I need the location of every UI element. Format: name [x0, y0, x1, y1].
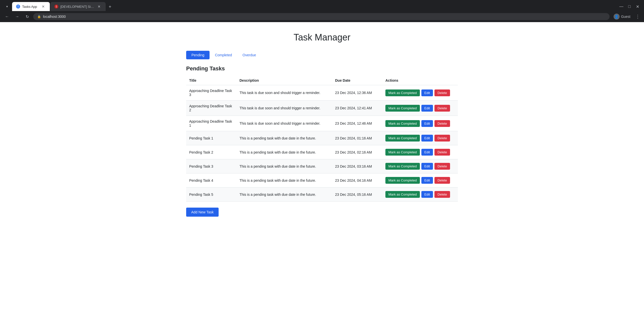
task-due-date: 23 Dec 2024, 03:16 AM	[332, 159, 382, 173]
tab-overdue[interactable]: Overdue	[237, 51, 261, 59]
edit-button[interactable]: Edit	[421, 135, 433, 142]
col-header-title: Title	[186, 76, 236, 85]
restore-button[interactable]: □	[626, 3, 633, 10]
profile-button[interactable]: 👤 Guest	[612, 13, 632, 21]
tasks-tbody: Approaching Deadline Task 3This task is …	[186, 85, 458, 202]
tab-sidekiq-label: [DEVELOPMENT] Sidekiq	[60, 5, 95, 9]
task-title: Approaching Deadline Task 1	[186, 116, 236, 131]
action-buttons: Mark as CompletedEditDelete	[385, 163, 455, 170]
task-due-date: 23 Dec 2024, 04:16 AM	[332, 173, 382, 187]
task-actions: Mark as CompletedEditDelete	[382, 131, 458, 145]
task-due-date: 23 Dec 2024, 02:16 AM	[332, 145, 382, 159]
task-due-date: 23 Dec 2024, 01:16 AM	[332, 131, 382, 145]
task-actions: Mark as CompletedEditDelete	[382, 116, 458, 131]
browser-titlebar: ▾ T Tasks App ✕ S [DEVELOPMENT] Sidekiq …	[0, 0, 644, 11]
task-title: Pending Task 5	[186, 187, 236, 202]
mark-completed-button[interactable]: Mark as Completed	[385, 120, 420, 127]
edit-button[interactable]: Edit	[421, 120, 433, 127]
tab-tasks-app-close[interactable]: ✕	[41, 4, 46, 9]
add-new-task-button[interactable]: Add New Task	[186, 208, 219, 217]
delete-button[interactable]: Delete	[434, 135, 450, 142]
task-title: Pending Task 1	[186, 131, 236, 145]
tab-completed[interactable]: Completed	[210, 51, 237, 59]
action-buttons: Mark as CompletedEditDelete	[385, 105, 455, 112]
tab-tasks-app[interactable]: T Tasks App ✕	[12, 2, 50, 11]
action-buttons: Mark as CompletedEditDelete	[385, 89, 455, 96]
table-row: Approaching Deadline Task 1This task is …	[186, 116, 458, 131]
edit-button[interactable]: Edit	[421, 149, 433, 156]
delete-button[interactable]: Delete	[434, 163, 450, 170]
page-content: Task Manager Pending Completed Overdue P…	[171, 22, 473, 227]
edit-button[interactable]: Edit	[421, 105, 433, 112]
profile-icon: 👤	[614, 14, 620, 20]
task-due-date: 23 Dec 2024, 05:16 AM	[332, 187, 382, 202]
close-button[interactable]: ✕	[634, 3, 641, 10]
tasks-table: Title Description Due Date Actions Appro…	[186, 76, 458, 202]
mark-completed-button[interactable]: Mark as Completed	[385, 191, 420, 198]
delete-button[interactable]: Delete	[434, 120, 450, 127]
tasks-app-icon: T	[16, 5, 20, 9]
task-description: This is a pending task with due date in …	[236, 187, 332, 202]
table-row: Pending Task 3This is a pending task wit…	[186, 159, 458, 173]
tab-tasks-app-label: Tasks App	[22, 5, 39, 9]
task-title: Pending Task 3	[186, 159, 236, 173]
task-title: Approaching Deadline Task 2	[186, 101, 236, 116]
reload-button[interactable]: ↻	[23, 13, 31, 21]
mark-completed-button[interactable]: Mark as Completed	[385, 163, 420, 170]
delete-button[interactable]: Delete	[434, 89, 450, 96]
edit-button[interactable]: Edit	[421, 191, 433, 198]
tab-sidekiq-close[interactable]: ✕	[97, 4, 102, 9]
col-header-actions: Actions	[382, 76, 458, 85]
new-tab-button[interactable]: +	[106, 3, 114, 11]
task-description: This is a pending task with due date in …	[236, 145, 332, 159]
address-bar[interactable]: 🔒 localhost:3000	[33, 13, 610, 20]
action-buttons: Mark as CompletedEditDelete	[385, 149, 455, 156]
edit-button[interactable]: Edit	[421, 163, 433, 170]
toolbar-right: 👤 Guest ⋮	[612, 13, 641, 21]
profile-label: Guest	[621, 15, 630, 19]
edit-button[interactable]: Edit	[421, 177, 433, 184]
section-title: Pending Tasks	[186, 65, 458, 72]
task-due-date: 23 Dec 2024, 12:36 AM	[332, 85, 382, 101]
col-header-due-date: Due Date	[332, 76, 382, 85]
mark-completed-button[interactable]: Mark as Completed	[385, 177, 420, 184]
delete-button[interactable]: Delete	[434, 105, 450, 112]
forward-button[interactable]: →	[13, 13, 21, 21]
action-buttons: Mark as CompletedEditDelete	[385, 177, 455, 184]
task-actions: Mark as CompletedEditDelete	[382, 145, 458, 159]
task-due-date: 23 Dec 2024, 12:41 AM	[332, 101, 382, 116]
mark-completed-button[interactable]: Mark as Completed	[385, 89, 420, 96]
table-row: Pending Task 2This is a pending task wit…	[186, 145, 458, 159]
task-description: This task is due soon and should trigger…	[236, 116, 332, 131]
action-buttons: Mark as CompletedEditDelete	[385, 191, 455, 198]
tab-sidekiq[interactable]: S [DEVELOPMENT] Sidekiq ✕	[50, 2, 106, 11]
tabs-navigation: Pending Completed Overdue	[186, 51, 458, 59]
browser-chrome: ▾ T Tasks App ✕ S [DEVELOPMENT] Sidekiq …	[0, 0, 644, 22]
delete-button[interactable]: Delete	[434, 191, 450, 198]
table-row: Pending Task 4This is a pending task wit…	[186, 173, 458, 187]
tab-pending[interactable]: Pending	[186, 51, 210, 59]
minimize-button[interactable]: —	[618, 3, 625, 10]
edit-button[interactable]: Edit	[421, 89, 433, 96]
back-button[interactable]: ←	[3, 13, 11, 21]
task-title: Pending Task 4	[186, 173, 236, 187]
task-title: Approaching Deadline Task 3	[186, 85, 236, 101]
address-bar-text: localhost:3000	[43, 15, 66, 19]
page-title: Task Manager	[186, 32, 458, 43]
browser-toolbar: ← → ↻ 🔒 localhost:3000 👤 Guest ⋮	[0, 11, 644, 22]
delete-button[interactable]: Delete	[434, 149, 450, 156]
task-description: This is a pending task with due date in …	[236, 173, 332, 187]
browser-menu-button[interactable]: ⋮	[634, 13, 641, 20]
task-title: Pending Task 2	[186, 145, 236, 159]
col-header-description: Description	[236, 76, 332, 85]
mark-completed-button[interactable]: Mark as Completed	[385, 135, 420, 142]
mark-completed-button[interactable]: Mark as Completed	[385, 149, 420, 156]
table-row: Pending Task 5This is a pending task wit…	[186, 187, 458, 202]
action-buttons: Mark as CompletedEditDelete	[385, 120, 455, 127]
task-actions: Mark as CompletedEditDelete	[382, 159, 458, 173]
task-due-date: 23 Dec 2024, 12:46 AM	[332, 116, 382, 131]
delete-button[interactable]: Delete	[434, 177, 450, 184]
mark-completed-button[interactable]: Mark as Completed	[385, 105, 420, 112]
tab-history-button[interactable]: ▾	[3, 3, 11, 11]
task-actions: Mark as CompletedEditDelete	[382, 173, 458, 187]
